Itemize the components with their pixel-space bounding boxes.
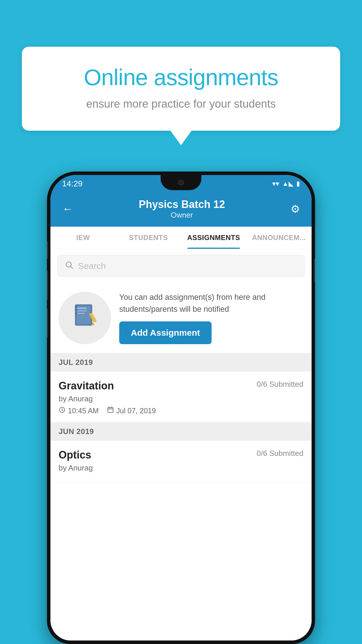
speech-bubble-card: Online assignments ensure more practice … <box>22 47 340 131</box>
settings-icon[interactable]: ⚙ <box>291 203 300 215</box>
power-button <box>314 259 315 282</box>
section-header-jun-2019: JUN 2019 <box>50 422 312 441</box>
svg-rect-13 <box>108 407 113 412</box>
promo-icon-circle <box>59 292 111 344</box>
status-time: 14:29 <box>62 179 82 188</box>
assignment-meta: 10:45 AM Jul 07, 2019 <box>59 406 303 415</box>
assignment-item-optics[interactable]: Optics 0/6 Submitted by Anurag <box>50 441 312 483</box>
header-subtitle: Owner <box>73 211 291 220</box>
promo-description: You can add assignment(s) from here and … <box>119 291 303 315</box>
header-title-group: Physics Batch 12 Owner <box>73 198 291 220</box>
assignment-item-gravitation[interactable]: Gravitation 0/6 Submitted by Anurag 10:4… <box>50 372 312 422</box>
speech-bubble-title: Online assignments <box>42 64 320 91</box>
search-bar[interactable]: Search <box>57 255 305 277</box>
phone-frame: 14:29 ▾▾ ▲◣ ▮ ← Physics Batch 12 Owner ⚙… <box>47 172 315 644</box>
back-button[interactable]: ← <box>62 203 73 215</box>
assignment-date: Jul 07, 2019 <box>116 407 156 415</box>
tab-assignments[interactable]: ASSIGNMENTS <box>181 227 246 249</box>
meta-time: 10:45 AM <box>59 406 99 415</box>
silent-button <box>47 242 48 259</box>
clock-icon <box>59 406 66 415</box>
assignment-time: 10:45 AM <box>68 407 99 415</box>
assignment-submitted-optics: 0/6 Submitted <box>257 449 303 458</box>
promo-block: You can add assignment(s) from here and … <box>50 283 312 353</box>
assignment-submitted: 0/6 Submitted <box>257 380 303 389</box>
svg-rect-5 <box>78 311 87 312</box>
status-icons: ▾▾ ▲◣ ▮ <box>272 180 300 188</box>
svg-rect-9 <box>75 313 77 314</box>
speech-bubble-subtitle: ensure more practice for your students <box>42 98 320 110</box>
add-assignment-button[interactable]: Add Assignment <box>119 321 212 344</box>
svg-rect-8 <box>75 309 77 311</box>
tab-students[interactable]: STUDENTS <box>116 227 181 249</box>
volume-down-button <box>47 309 48 338</box>
assignment-top-row-optics: Optics 0/6 Submitted <box>59 449 303 461</box>
meta-date: Jul 07, 2019 <box>107 406 156 415</box>
notebook-icon <box>72 302 98 334</box>
phone-notch <box>161 175 201 190</box>
svg-rect-4 <box>78 308 87 309</box>
assignment-by-optics: by Anurag <box>59 463 303 473</box>
search-icon <box>65 260 73 271</box>
battery-icon: ▮ <box>296 180 300 188</box>
tab-iew[interactable]: IEW <box>50 227 116 249</box>
assignment-by: by Anurag <box>59 394 303 403</box>
svg-line-1 <box>71 267 73 269</box>
svg-rect-7 <box>75 306 77 308</box>
section-header-jul-2019: JUL 2019 <box>50 353 312 372</box>
app-content: Search <box>50 249 312 640</box>
calendar-icon <box>107 406 114 415</box>
assignment-name: Gravitation <box>59 380 114 392</box>
phone-screen: 14:29 ▾▾ ▲◣ ▮ ← Physics Batch 12 Owner ⚙… <box>50 175 312 640</box>
assignment-name-optics: Optics <box>59 449 91 461</box>
search-container: Search <box>50 249 312 283</box>
search-placeholder: Search <box>78 261 106 271</box>
signal-icon: ▲◣ <box>282 180 294 188</box>
tabs-bar: IEW STUDENTS ASSIGNMENTS ANNOUNCEM... <box>50 227 312 249</box>
volume-up-button <box>47 271 48 300</box>
front-camera <box>178 180 184 186</box>
tab-announcements[interactable]: ANNOUNCEM... <box>246 227 312 249</box>
header-title: Physics Batch 12 <box>73 198 291 211</box>
promo-content: You can add assignment(s) from here and … <box>119 291 303 344</box>
app-header: ← Physics Batch 12 Owner ⚙ <box>50 192 312 227</box>
assignment-top-row: Gravitation 0/6 Submitted <box>59 380 303 392</box>
wifi-icon: ▾▾ <box>272 180 279 188</box>
svg-rect-6 <box>78 313 85 314</box>
